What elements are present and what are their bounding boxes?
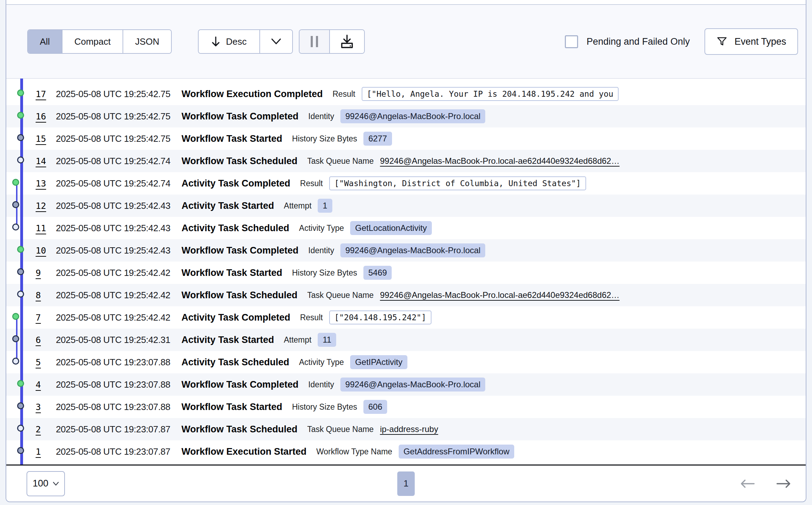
event-timestamp: 2025-05-08 UTC 19:23:07.87 bbox=[56, 424, 170, 435]
event-timestamp: 2025-05-08 UTC 19:25:42.75 bbox=[56, 133, 170, 144]
event-row[interactable]: 10 2025-05-08 UTC 19:25:42.43 Workflow T… bbox=[6, 239, 806, 262]
event-row[interactable]: 5 2025-05-08 UTC 19:23:07.88 Activity Ta… bbox=[6, 351, 806, 373]
event-detail-badge: GetLocationActivity bbox=[350, 221, 431, 235]
event-status-dot bbox=[17, 156, 24, 163]
event-status-dot bbox=[12, 201, 19, 208]
tab-json[interactable]: JSON bbox=[123, 30, 171, 53]
event-detail-label: Identity bbox=[308, 246, 334, 255]
event-timestamp: 2025-05-08 UTC 19:25:42.75 bbox=[56, 111, 170, 122]
previous-page-button[interactable] bbox=[738, 477, 757, 490]
event-id-link[interactable]: 9 bbox=[36, 268, 46, 278]
event-status-dot bbox=[17, 112, 24, 119]
event-row[interactable]: 16 2025-05-08 UTC 19:25:42.75 Workflow T… bbox=[6, 105, 806, 127]
event-types-filter-button[interactable]: Event Types bbox=[704, 28, 798, 55]
sort-label: Desc bbox=[226, 36, 246, 47]
event-id-link[interactable]: 1 bbox=[36, 447, 46, 457]
event-id-link[interactable]: 11 bbox=[36, 223, 46, 233]
event-timestamp: 2025-05-08 UTC 19:25:42.43 bbox=[56, 245, 170, 256]
event-detail-badge: GetAddressFromIPWorkflow bbox=[399, 445, 515, 459]
panel-header-divider bbox=[6, 0, 806, 5]
sort-control: Desc bbox=[198, 29, 293, 54]
event-status-dot bbox=[12, 179, 19, 186]
event-row[interactable]: 11 2025-05-08 UTC 19:25:42.43 Activity T… bbox=[6, 217, 806, 239]
event-row[interactable]: 8 2025-05-08 UTC 19:25:42.42 Workflow Ta… bbox=[6, 284, 806, 306]
event-type-title: Activity Task Scheduled bbox=[182, 223, 289, 234]
event-status-dot bbox=[17, 291, 24, 298]
event-type-title: Activity Task Completed bbox=[182, 312, 290, 323]
download-history-button[interactable] bbox=[330, 30, 364, 53]
event-id-link[interactable]: 6 bbox=[36, 335, 46, 345]
page-size-value: 100 bbox=[32, 478, 48, 489]
event-timestamp: 2025-05-08 UTC 19:25:42.31 bbox=[56, 335, 170, 345]
event-type-title: Workflow Task Scheduled bbox=[182, 424, 297, 435]
event-type-title: Workflow Task Started bbox=[182, 402, 282, 412]
page-size-select[interactable]: 100 bbox=[27, 471, 65, 496]
event-id-link[interactable]: 8 bbox=[36, 290, 46, 300]
event-type-title: Workflow Task Started bbox=[182, 268, 282, 278]
event-detail-label: Attempt bbox=[284, 335, 311, 345]
event-row[interactable]: 7 2025-05-08 UTC 19:25:42.42 Activity Ta… bbox=[6, 306, 806, 329]
next-page-button[interactable] bbox=[774, 477, 793, 490]
event-id-link[interactable]: 10 bbox=[36, 246, 46, 256]
event-status-dot bbox=[17, 380, 24, 387]
event-type-title: Workflow Task Completed bbox=[182, 245, 298, 256]
event-row[interactable]: 6 2025-05-08 UTC 19:25:42.31 Activity Ta… bbox=[6, 329, 806, 351]
event-types-label: Event Types bbox=[735, 36, 786, 47]
event-type-title: Activity Task Started bbox=[182, 335, 274, 345]
event-row[interactable]: 3 2025-05-08 UTC 19:23:07.88 Workflow Ta… bbox=[6, 396, 806, 418]
event-status-dot bbox=[17, 447, 24, 454]
event-id-link[interactable]: 14 bbox=[36, 156, 46, 166]
chevron-down-icon bbox=[53, 482, 59, 486]
event-detail-link[interactable]: 99246@Angelas-MacBook-Pro.local-ae62d440… bbox=[380, 156, 620, 166]
event-detail-badge: 6277 bbox=[363, 132, 392, 146]
download-icon bbox=[339, 34, 355, 49]
event-table: 17 2025-05-08 UTC 19:25:42.75 Workflow E… bbox=[6, 79, 806, 464]
event-row[interactable]: 2 2025-05-08 UTC 19:23:07.87 Workflow Ta… bbox=[6, 418, 806, 440]
event-id-link[interactable]: 12 bbox=[36, 201, 46, 211]
event-id-link[interactable]: 3 bbox=[36, 402, 46, 412]
event-row[interactable]: 9 2025-05-08 UTC 19:25:42.42 Workflow Ta… bbox=[6, 262, 806, 284]
event-detail-badge: 606 bbox=[363, 400, 387, 414]
event-detail-link[interactable]: 99246@Angelas-MacBook-Pro.local-ae62d440… bbox=[380, 290, 619, 300]
sort-options-expander[interactable] bbox=[260, 30, 292, 53]
event-id-link[interactable]: 15 bbox=[36, 134, 46, 144]
event-id-link[interactable]: 13 bbox=[36, 178, 46, 189]
event-timestamp: 2025-05-08 UTC 19:25:42.42 bbox=[56, 268, 170, 278]
event-id-link[interactable]: 2 bbox=[36, 424, 46, 434]
event-detail-link[interactable]: ip-address-ruby bbox=[380, 424, 438, 434]
event-row[interactable]: 15 2025-05-08 UTC 19:25:42.75 Workflow T… bbox=[6, 127, 806, 150]
view-mode-tabs: All Compact JSON bbox=[27, 29, 172, 54]
event-type-title: Workflow Task Completed bbox=[182, 379, 298, 390]
event-row[interactable]: 4 2025-05-08 UTC 19:23:07.88 Workflow Ta… bbox=[6, 373, 806, 396]
event-detail-label: History Size Bytes bbox=[292, 402, 357, 412]
event-detail-code: ["Washington, District of Columbia, Unit… bbox=[329, 176, 586, 190]
event-id-link[interactable]: 16 bbox=[36, 111, 46, 122]
arrow-down-icon bbox=[211, 36, 220, 47]
tab-compact[interactable]: Compact bbox=[62, 30, 123, 53]
pending-failed-filter[interactable]: Pending and Failed Only bbox=[565, 35, 690, 48]
pending-failed-checkbox[interactable] bbox=[565, 35, 578, 48]
tab-all[interactable]: All bbox=[28, 30, 62, 53]
event-row[interactable]: 13 2025-05-08 UTC 19:25:42.74 Activity T… bbox=[6, 172, 806, 195]
event-status-dot bbox=[12, 358, 19, 365]
event-timestamp: 2025-05-08 UTC 19:25:42.42 bbox=[56, 290, 170, 301]
event-timestamp: 2025-05-08 UTC 19:25:42.74 bbox=[56, 178, 170, 189]
event-row[interactable]: 12 2025-05-08 UTC 19:25:42.43 Activity T… bbox=[6, 195, 806, 217]
event-type-title: Workflow Task Scheduled bbox=[182, 290, 297, 301]
sort-desc-button[interactable]: Desc bbox=[199, 30, 260, 53]
event-status-dot bbox=[17, 134, 24, 141]
event-id-link[interactable]: 7 bbox=[36, 313, 46, 323]
chevron-down-icon bbox=[271, 38, 282, 45]
event-id-link[interactable]: 5 bbox=[36, 357, 46, 367]
event-id-link[interactable]: 17 bbox=[36, 89, 46, 99]
event-row[interactable]: 14 2025-05-08 UTC 19:25:42.74 Workflow T… bbox=[6, 150, 806, 172]
pause-updates-button[interactable] bbox=[300, 30, 330, 53]
event-status-dot bbox=[17, 425, 24, 432]
event-detail-label: Result bbox=[333, 89, 355, 99]
event-status-dot bbox=[12, 335, 19, 342]
event-id-link[interactable]: 4 bbox=[36, 380, 46, 390]
event-detail-label: Result bbox=[300, 179, 323, 188]
event-row[interactable]: 1 2025-05-08 UTC 19:23:07.87 Workflow Ex… bbox=[6, 440, 806, 463]
event-row[interactable]: 17 2025-05-08 UTC 19:25:42.75 Workflow E… bbox=[6, 83, 806, 105]
event-type-title: Workflow Task Completed bbox=[182, 111, 298, 122]
